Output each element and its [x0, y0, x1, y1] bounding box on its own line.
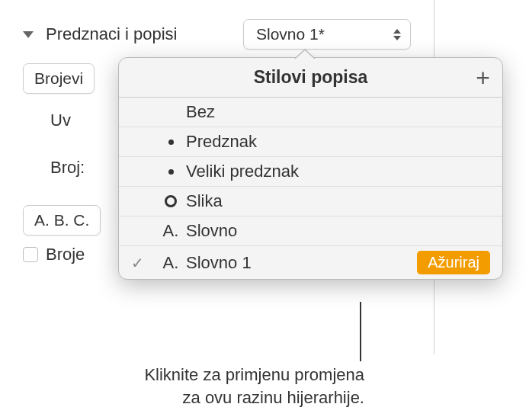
list-style-dropdown[interactable]: Slovno 1* [243, 19, 411, 50]
style-item[interactable]: ✓A.Slovno 1Ažuriraj [119, 246, 502, 279]
style-item[interactable]: Predznak [119, 127, 502, 157]
bullet-icon: A. [155, 253, 186, 273]
style-item[interactable]: A.Slovno [119, 216, 502, 246]
dropdown-value: Slovno 1* [256, 25, 325, 43]
checkmark-icon: ✓ [119, 254, 155, 272]
style-item[interactable]: Bez [119, 98, 502, 127]
callout-leader-line [360, 302, 361, 361]
popover-title: Stilovi popisa [254, 67, 368, 88]
style-item-label: Slovno [186, 221, 490, 241]
broje-checkbox[interactable] [23, 247, 38, 262]
bullet-icon [155, 195, 186, 207]
broje-label: Broje [46, 245, 85, 265]
bullet-icon [155, 139, 186, 145]
style-item-label: Veliki predznak [186, 162, 490, 181]
add-style-button[interactable]: + [476, 66, 490, 90]
dropdown-arrows-icon [393, 29, 401, 40]
abc-format-button[interactable]: A. B. C. [23, 205, 101, 236]
style-item-label: Predznak [186, 132, 490, 152]
predznaci-label: Predznaci i popisi [46, 24, 177, 44]
style-item[interactable]: Veliki predznak [119, 157, 502, 187]
style-item-label: Slovno 1 [186, 253, 417, 273]
style-list: BezPredznakVeliki predznakSlikaA.Slovno✓… [119, 98, 502, 279]
brojevi-button[interactable]: Brojevi [23, 63, 95, 94]
disclosure-triangle-icon[interactable] [23, 31, 34, 38]
bullet-icon [155, 169, 186, 175]
list-styles-popover: Stilovi popisa + BezPredznakVeliki predz… [118, 57, 503, 280]
callout-text: Kliknite za primjenu promjena za ovu raz… [0, 364, 364, 409]
style-item[interactable]: Slika [119, 187, 502, 216]
style-item-label: Bez [186, 102, 490, 122]
style-item-label: Slika [186, 191, 490, 211]
bullet-icon: A. [155, 221, 186, 241]
update-button[interactable]: Ažuriraj [417, 251, 490, 274]
